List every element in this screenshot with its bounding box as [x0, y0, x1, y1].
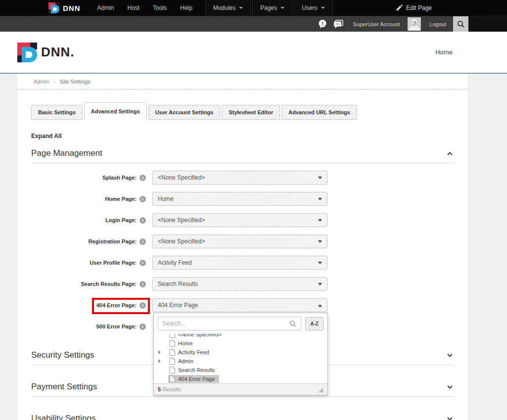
tab-advanced-url-settings[interactable]: Advanced URL Settings: [281, 105, 357, 120]
section-title: Security Settings: [31, 350, 94, 360]
breadcrumb: Admin › Site Settings: [17, 74, 467, 90]
field-label-wrap: Splash Page: i: [31, 175, 146, 181]
dropdown-value: 404 Error Page: [158, 302, 318, 309]
menu-item-tools[interactable]: Tools: [153, 4, 167, 11]
section-title: Payment Settings: [31, 382, 97, 392]
site-logo[interactable]: DNN.: [17, 43, 75, 62]
field-label-wrap: 404 Error Page: i: [31, 302, 146, 309]
dnn-logo-icon: [48, 2, 59, 13]
error-404-page-dropdown[interactable]: 404 Error Page: [152, 298, 327, 312]
tab-advanced-settings[interactable]: Advanced Settings: [84, 102, 147, 120]
site-search-button[interactable]: [453, 16, 468, 32]
resize-handle-icon[interactable]: [317, 386, 323, 393]
info-icon[interactable]: i: [139, 260, 146, 266]
chevron-down-icon: [318, 198, 322, 200]
menu-pages[interactable]: Pages: [252, 0, 292, 16]
chevron-down-icon: [318, 177, 322, 179]
messages-button[interactable]: [330, 16, 346, 32]
tree-item-inner: Search Results: [168, 366, 219, 374]
field-label: User Profile Page:: [90, 260, 137, 266]
sort-az-button[interactable]: A-Z: [305, 317, 323, 330]
splash-page-dropdown[interactable]: <None Specified>: [152, 171, 327, 185]
breadcrumb-current[interactable]: Site Settings: [60, 79, 91, 85]
menu-users-label: Users: [302, 4, 317, 11]
tab-stylesheet-editor[interactable]: Stylesheet Editor: [222, 105, 280, 120]
dropdown-value: <None Specified>: [158, 174, 318, 181]
edit-page-label: Edit Page: [406, 4, 432, 11]
tab-basic-settings[interactable]: Basic Settings: [31, 105, 83, 120]
menu-item-admin[interactable]: Admin: [97, 4, 114, 11]
search-icon: [289, 320, 297, 327]
chevron-up-icon: [447, 152, 453, 155]
tree-item-search-results[interactable]: Search Results: [154, 366, 327, 374]
triangle-right-icon: [158, 350, 161, 354]
section-usability-settings[interactable]: Usability Settings: [31, 406, 454, 420]
tree-item-admin[interactable]: Admin: [154, 357, 327, 366]
tree-item-404-error-page[interactable]: 404 Error Page: [154, 374, 327, 383]
chevron-down-icon: [447, 417, 453, 420]
home-page-dropdown[interactable]: Home: [152, 192, 327, 206]
picker-search-field[interactable]: [158, 317, 301, 330]
info-icon[interactable]: i: [139, 302, 146, 309]
info-icon[interactable]: i: [139, 238, 146, 245]
page-management-form: Splash Page: i <None Specified> Home Pag…: [17, 171, 467, 333]
info-icon[interactable]: i: [139, 281, 146, 287]
field-label: 404 Error Page:: [96, 302, 137, 308]
nav-home-link[interactable]: Home: [435, 48, 453, 56]
page-tree: <None Specified> Home: [154, 330, 327, 383]
expander[interactable]: [157, 359, 168, 363]
info-icon[interactable]: i: [139, 324, 146, 330]
registration-page-dropdown[interactable]: <None Specified>: [152, 234, 327, 248]
site-settings-panel: Admin › Site Settings Basic Settings Adv…: [17, 74, 467, 420]
info-icon[interactable]: i: [139, 196, 146, 202]
chevron-down-icon: [447, 385, 453, 389]
user-profile-page-dropdown[interactable]: Activity Feed: [152, 256, 327, 270]
tree-item-inner: 404 Error Page: [168, 375, 219, 383]
edit-page-button[interactable]: Edit Page: [396, 0, 432, 16]
menu-users[interactable]: Users: [294, 0, 332, 16]
avatar-placeholder-glyph: ?: [413, 20, 417, 28]
expander[interactable]: [157, 350, 168, 354]
tree-item-activity-feed[interactable]: Activity Feed: [154, 348, 327, 357]
results-label: Results: [163, 386, 181, 392]
search-input[interactable]: [162, 320, 289, 327]
login-page-dropdown[interactable]: <None Specified>: [152, 213, 327, 227]
account-link[interactable]: SuperUser Account: [346, 16, 407, 32]
section-page-management[interactable]: Page Management: [31, 145, 454, 163]
field-registration-page: Registration Page: i <None Specified>: [17, 234, 467, 248]
chevron-down-icon: [321, 7, 325, 9]
field-label: 500 Error Page:: [96, 324, 137, 329]
tree-item-inner: Admin: [168, 357, 197, 365]
menu-pages-label: Pages: [260, 4, 277, 11]
site-brand-wordmark: DNN.: [41, 45, 75, 60]
field-login-page: Login Page: i <None Specified>: [17, 213, 467, 227]
logout-link[interactable]: Logout: [422, 16, 453, 32]
info-icon[interactable]: i: [139, 217, 146, 224]
pencil-icon: [396, 4, 403, 11]
menu-item-help[interactable]: Help: [180, 4, 192, 11]
field-label: Login Page:: [105, 217, 137, 223]
breadcrumb-separator: ›: [53, 79, 55, 85]
dnn-topbar-logo[interactable]: DNN: [48, 0, 81, 16]
field-label-wrap: Home Page: i: [31, 196, 146, 202]
field-label-wrap: Search Results Page: i: [31, 281, 146, 287]
notification-bubble-icon: !: [318, 19, 327, 29]
field-label-wrap: 500 Error Page: i: [31, 324, 146, 330]
info-icon[interactable]: i: [139, 175, 146, 181]
section-title: Page Management: [31, 148, 102, 158]
breadcrumb-admin[interactable]: Admin: [34, 79, 49, 85]
notifications-button[interactable]: !: [315, 16, 330, 32]
field-label: Home Page:: [105, 196, 137, 202]
menu-item-host[interactable]: Host: [128, 4, 140, 11]
tab-user-account-settings[interactable]: User Account Settings: [148, 105, 221, 120]
dnn-logo-wordmark: DNN: [63, 4, 81, 12]
menu-modules[interactable]: Modules: [205, 0, 251, 16]
field-splash-page: Splash Page: i <None Specified>: [17, 171, 467, 185]
expand-all-link[interactable]: Expand All: [31, 133, 62, 140]
search-results-page-dropdown[interactable]: Search Results: [152, 277, 327, 291]
avatar[interactable]: ?: [408, 17, 421, 31]
dnn-logo-icon: [17, 43, 37, 62]
tree-item-home[interactable]: Home: [154, 339, 327, 348]
chevron-down-icon: [318, 262, 322, 264]
tree-item-inner: Activity Feed: [168, 348, 213, 356]
